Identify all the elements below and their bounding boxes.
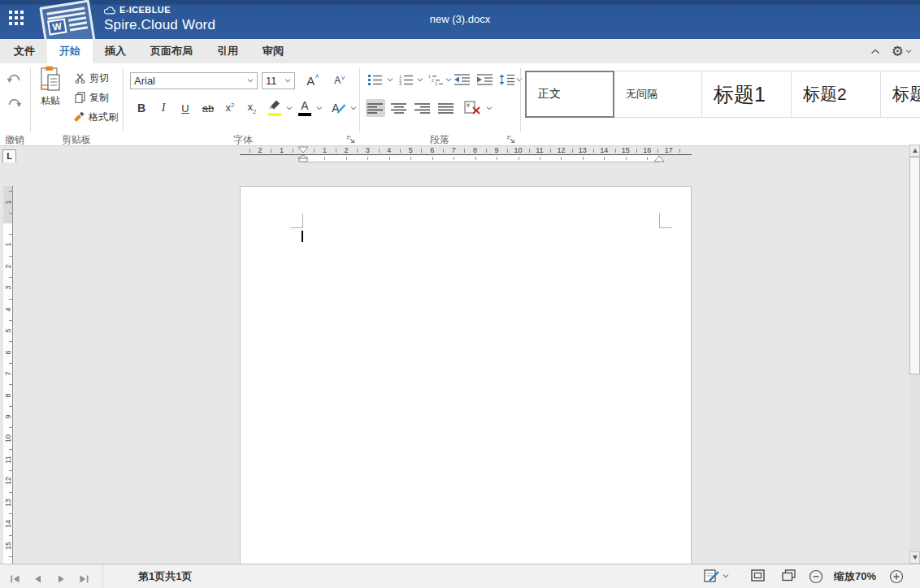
next-page-button[interactable] — [55, 572, 67, 586]
line-spacing-button[interactable] — [498, 71, 516, 89]
v-ruler-num: 15 — [4, 542, 12, 550]
paste-button[interactable]: 粘贴 — [34, 66, 67, 116]
vertical-scrollbar[interactable] — [909, 145, 920, 564]
line-spacing-chevron[interactable] — [515, 71, 523, 89]
tab-insert[interactable]: 插入 — [93, 39, 138, 63]
document-title: new (3).docx — [430, 13, 490, 25]
grow-font-button[interactable]: A˄ — [302, 71, 324, 89]
multi-page-view-button[interactable] — [782, 569, 796, 582]
h-ruler-tick — [657, 149, 658, 153]
document-page[interactable] — [240, 186, 692, 564]
v-ruler-tick — [9, 277, 12, 278]
undo-icon — [7, 73, 22, 84]
bold-button[interactable]: B — [132, 99, 150, 117]
align-right-button[interactable] — [413, 99, 432, 117]
strikethrough-button[interactable]: ab — [198, 99, 218, 117]
multilevel-list-button[interactable]: 1 2 3 — [427, 71, 445, 89]
tab-references[interactable]: 引用 — [205, 39, 250, 63]
first-page-button[interactable] — [10, 572, 21, 586]
font-size-select[interactable]: 11 — [262, 72, 295, 89]
paragraph-dialog-launcher[interactable] — [506, 132, 516, 142]
h-ruler-tick — [357, 149, 358, 153]
edit-mode-icon — [704, 569, 720, 583]
decrease-indent-button[interactable] — [453, 71, 472, 89]
italic-button[interactable]: I — [154, 99, 172, 117]
zoom-in-icon — [889, 569, 904, 584]
v-ruler-num: 5 — [4, 326, 12, 335]
style-normal[interactable]: 正文 — [525, 71, 614, 118]
tab-review[interactable]: 审阅 — [250, 39, 296, 63]
h-ruler-ltick — [540, 157, 540, 160]
single-page-view-button[interactable] — [751, 569, 765, 582]
app-launcher-grid-icon[interactable] — [9, 11, 27, 28]
numbered-list-button[interactable]: 123 — [397, 71, 415, 89]
clear-formatting-chevron[interactable] — [349, 99, 358, 117]
align-center-button[interactable] — [389, 99, 409, 117]
h-ruler-tick — [550, 149, 551, 153]
zoom-out-button[interactable] — [809, 569, 823, 584]
scrollbar-thumb[interactable] — [909, 157, 920, 374]
style-heading2[interactable]: 标题2 — [792, 71, 881, 118]
highlighter-icon — [268, 99, 281, 110]
highlight-color-chevron[interactable] — [284, 99, 294, 117]
h-ruler-tick — [271, 149, 271, 153]
underline-button[interactable]: U — [176, 99, 194, 117]
zoom-level-label: 缩放70% — [834, 564, 876, 588]
font-color-chevron[interactable] — [315, 99, 324, 117]
bullet-list-button[interactable] — [367, 71, 384, 89]
tab-stop-selector[interactable]: L — [2, 149, 16, 163]
vertical-ruler[interactable]: 1123456789101112131415 — [3, 186, 13, 564]
increase-indent-button[interactable] — [475, 71, 495, 89]
undo-group-label: 撤销 — [0, 133, 29, 147]
copy-button[interactable]: 复制 — [75, 90, 109, 105]
first-line-indent-marker[interactable] — [297, 146, 309, 153]
copy-label: 复制 — [89, 91, 109, 105]
h-ruler-ltick — [647, 157, 648, 160]
redo-button[interactable] — [4, 93, 24, 111]
scroll-up-button[interactable] — [909, 145, 920, 157]
previous-page-button[interactable] — [33, 572, 44, 586]
undo-button[interactable] — [4, 69, 24, 87]
subscript-button[interactable]: x2 — [243, 99, 261, 117]
numbered-list-chevron[interactable] — [415, 71, 425, 89]
format-painter-button[interactable]: 格式刷 — [73, 110, 118, 124]
v-ruler-tick — [9, 234, 12, 235]
formatting-marks-icon: # — [464, 101, 481, 115]
bullet-list-chevron[interactable] — [385, 71, 395, 89]
h-ruler-tick — [615, 149, 616, 153]
h-ruler-ltick — [475, 157, 476, 160]
cut-button[interactable]: 剪切 — [75, 71, 109, 85]
tab-file[interactable]: 文件 — [2, 39, 47, 63]
last-page-button[interactable] — [78, 572, 89, 586]
edit-mode-button[interactable] — [704, 569, 729, 583]
align-justify-button[interactable] — [436, 99, 456, 117]
settings-gear-icon[interactable]: ⚙ — [892, 45, 912, 58]
horizontal-ruler[interactable]: 121234567891011121314151617 — [0, 146, 909, 162]
document-canvas[interactable]: 1123456789101112131415 — [0, 162, 909, 564]
style-heading1[interactable]: 标题1 — [702, 71, 792, 118]
shrink-font-button[interactable]: A˅ — [328, 71, 351, 89]
collapse-ribbon-icon[interactable] — [870, 49, 880, 54]
font-color-button[interactable]: A — [297, 99, 313, 117]
right-indent-marker[interactable] — [653, 155, 665, 162]
tab-page-layout[interactable]: 页面布局 — [138, 39, 205, 63]
align-left-button[interactable] — [366, 99, 385, 117]
formatting-marks-button[interactable]: # — [462, 98, 483, 116]
hanging-indent-marker[interactable] — [297, 155, 309, 162]
brand-company: E-ICEBLUE — [119, 5, 171, 16]
font-dialog-launcher[interactable] — [346, 132, 356, 142]
tab-home[interactable]: 开始 — [47, 39, 93, 63]
style-heading3[interactable]: 标题3 — [881, 71, 920, 118]
highlight-color-button[interactable] — [267, 99, 283, 117]
superscript-button[interactable]: x2 — [221, 99, 239, 117]
style-no-spacing[interactable]: 无间隔 — [614, 71, 702, 118]
scroll-down-button[interactable] — [909, 551, 920, 564]
h-ruler-num: 17 — [665, 146, 673, 154]
font-group-label: 字体 — [130, 133, 356, 147]
h-ruler-tick — [636, 149, 637, 153]
formatting-marks-chevron[interactable] — [484, 99, 494, 117]
font-size-chevron-icon — [284, 79, 291, 83]
font-name-select[interactable]: Arial — [130, 72, 258, 89]
zoom-in-button[interactable] — [889, 569, 904, 584]
clear-formatting-button[interactable]: A — [330, 99, 348, 117]
